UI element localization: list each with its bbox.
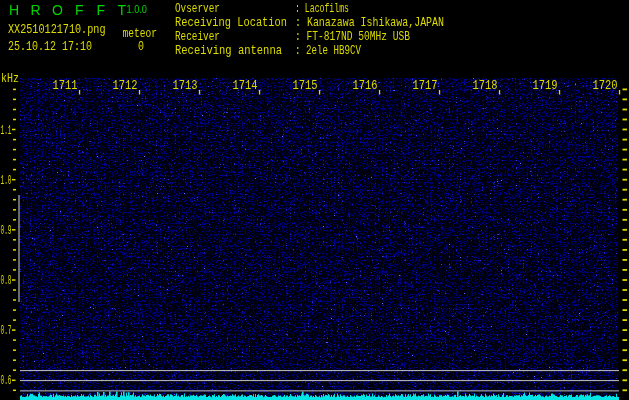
svg-text:Receiver: Receiver bbox=[175, 29, 220, 44]
svg-text:1712: 1712 bbox=[113, 78, 138, 93]
svg-text:1715: 1715 bbox=[293, 78, 318, 93]
svg-text:1714: 1714 bbox=[233, 78, 258, 93]
svg-text:0.7: 0.7 bbox=[1, 323, 12, 338]
svg-text:: 2ele HB9CV: : 2ele HB9CV bbox=[295, 43, 361, 58]
svg-text:H: H bbox=[9, 2, 19, 18]
svg-text:Receiving Location: Receiving Location bbox=[175, 15, 287, 30]
svg-text:Receiving antenna: Receiving antenna bbox=[175, 43, 282, 58]
svg-text:1.0.0: 1.0.0 bbox=[127, 3, 148, 15]
svg-text:1.0: 1.0 bbox=[1, 173, 12, 188]
svg-text:1717: 1717 bbox=[413, 78, 438, 93]
svg-text:0: 0 bbox=[138, 39, 144, 54]
svg-text:: FT-817ND 50MHz USB: : FT-817ND 50MHz USB bbox=[295, 29, 410, 44]
svg-text:Ovserver: Ovserver bbox=[175, 1, 220, 16]
svg-text:R: R bbox=[31, 2, 41, 18]
svg-text:1720: 1720 bbox=[593, 78, 618, 93]
svg-text:0.6: 0.6 bbox=[1, 373, 12, 388]
svg-text:F: F bbox=[97, 2, 106, 18]
svg-text:25.10.12 17:10: 25.10.12 17:10 bbox=[8, 39, 92, 54]
svg-text:1711: 1711 bbox=[53, 78, 78, 93]
svg-text:0.9: 0.9 bbox=[1, 223, 12, 238]
svg-text:1716: 1716 bbox=[353, 78, 378, 93]
svg-text:T: T bbox=[118, 2, 127, 18]
svg-text:XX2510121710.png: XX2510121710.png bbox=[8, 22, 106, 37]
svg-text:: Lacofilms: : Lacofilms bbox=[295, 1, 349, 16]
svg-text:1719: 1719 bbox=[533, 78, 558, 93]
svg-text:1713: 1713 bbox=[173, 78, 198, 93]
svg-text:: Kanazawa Ishikawa,JAPAN: : Kanazawa Ishikawa,JAPAN bbox=[295, 15, 444, 30]
svg-text:F: F bbox=[75, 2, 84, 18]
svg-text:kHz: kHz bbox=[1, 71, 19, 86]
svg-text:1718: 1718 bbox=[473, 78, 498, 93]
svg-text:O: O bbox=[52, 2, 63, 18]
svg-text:0.8: 0.8 bbox=[1, 273, 12, 288]
svg-text:1.1: 1.1 bbox=[1, 123, 12, 138]
